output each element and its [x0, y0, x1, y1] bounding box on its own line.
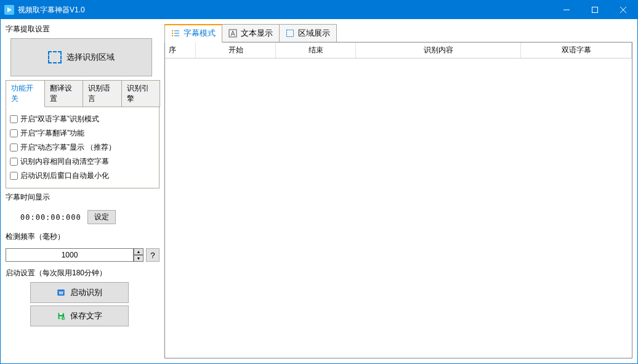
app-window: 视频取字幕神器V1.0 字幕提取设置 选择识别区域	[0, 0, 638, 364]
right-panel: 字幕模式 A 文本显示 区域展示 序 开始	[164, 24, 632, 358]
svg-point-14	[172, 35, 173, 36]
checkbox-label: 开启“双语字幕”识别模式	[20, 114, 99, 124]
checkbox-label: 开启“字幕翻译”功能	[20, 128, 84, 139]
checkbox-input[interactable]	[10, 144, 18, 152]
extract-settings-group: 字幕提取设置 选择识别区域	[6, 24, 160, 76]
col-end[interactable]: 结束	[276, 42, 356, 58]
checkbox-input[interactable]	[10, 172, 18, 180]
close-button[interactable]	[609, 1, 637, 19]
time-set-button[interactable]: 设定	[87, 210, 116, 224]
spinner-down[interactable]: ▼	[134, 255, 143, 262]
svg-point-12	[172, 33, 173, 34]
window-title: 视频取字幕神器V1.0	[18, 5, 552, 15]
col-content[interactable]: 识别内容	[356, 42, 521, 58]
frequency-input[interactable]	[6, 248, 134, 262]
start-button-label: 启动识别	[70, 287, 102, 298]
svg-rect-2	[592, 7, 598, 13]
svg-point-10	[172, 30, 173, 31]
tab-label: 区域展示	[298, 28, 330, 39]
settings-tabs-group: 功能开关 翻译设置 识别语言 识别引擎 开启“双语字幕”识别模式 开启“字幕翻译…	[6, 80, 160, 188]
table-header: 序 开始 结束 识别内容 双语字幕	[165, 42, 632, 59]
tab-recognition-language[interactable]: 识别语言	[83, 80, 122, 107]
list-icon	[171, 29, 180, 38]
extract-settings-label: 字幕提取设置	[6, 24, 160, 34]
left-panel: 字幕提取设置 选择识别区域 功能开关 翻译设置 识别语言 识别引擎 开启“双语字…	[6, 24, 160, 358]
frequency-help-button[interactable]: ?	[146, 248, 160, 262]
checkbox-input[interactable]	[10, 115, 18, 123]
select-area-button[interactable]: 选择识别区域	[10, 38, 152, 76]
checkbox-dynamic-display[interactable]: 开启“动态字幕”显示 （推荐）	[10, 140, 155, 155]
minimize-button[interactable]	[552, 1, 581, 19]
tab-translate-settings[interactable]: 翻译设置	[44, 80, 84, 107]
window-controls	[552, 1, 637, 19]
minimize-icon	[563, 7, 570, 13]
spinner-up[interactable]: ▲	[134, 248, 143, 255]
startup-label: 启动设置（每次限用180分钟）	[6, 268, 160, 278]
select-area-label: 选择识别区域	[67, 52, 115, 63]
col-bilingual[interactable]: 双语字幕	[521, 42, 632, 58]
col-index[interactable]: 序	[165, 42, 196, 58]
svg-text:W: W	[59, 290, 63, 296]
tab-text-display[interactable]: A 文本显示	[222, 24, 280, 42]
checkbox-bilingual-mode[interactable]: 开启“双语字幕”识别模式	[10, 112, 155, 126]
table-body[interactable]	[165, 59, 632, 358]
checkbox-auto-clear[interactable]: 识别内容相同自动清空字幕	[10, 155, 155, 169]
time-display-label: 字幕时间显示	[6, 192, 160, 203]
right-tabs: 字幕模式 A 文本显示 区域展示	[164, 24, 632, 42]
time-value: 00:00:00:000	[20, 213, 81, 222]
checkbox-label: 启动识别后窗口自动最小化	[20, 171, 109, 181]
time-display-group: 字幕时间显示 00:00:00:000 设定	[6, 192, 160, 228]
titlebar: 视频取字幕神器V1.0	[1, 1, 637, 19]
right-content: 序 开始 结束 识别内容 双语字幕	[164, 42, 632, 358]
checkbox-auto-minimize[interactable]: 启动识别后窗口自动最小化	[10, 169, 155, 183]
checkbox-label: 开启“动态字幕”显示 （推荐）	[20, 142, 116, 153]
time-display-row: 00:00:00:000 设定	[6, 206, 160, 228]
maximize-icon	[592, 7, 598, 13]
checkbox-input[interactable]	[10, 129, 18, 137]
tab-recognition-engine[interactable]: 识别引擎	[121, 80, 161, 107]
maximize-button[interactable]	[581, 1, 609, 19]
tab-area-display[interactable]: 区域展示	[279, 24, 337, 42]
text-icon: A	[228, 29, 237, 38]
word-icon: W	[57, 288, 65, 297]
settings-tabs: 功能开关 翻译设置 识别语言 识别引擎	[6, 80, 160, 107]
tab-label: 文本显示	[241, 28, 273, 39]
frequency-spinner: ▲ ▼	[6, 248, 143, 262]
start-recognition-button[interactable]: W 启动识别	[30, 282, 129, 303]
tab-subtitle-mode[interactable]: 字幕模式	[164, 24, 222, 42]
close-icon	[620, 7, 626, 13]
tab-label: 字幕模式	[184, 28, 216, 39]
spinner-buttons: ▲ ▼	[134, 248, 143, 262]
crop-icon	[48, 51, 62, 63]
settings-tab-content: 开启“双语字幕”识别模式 开启“字幕翻译”功能 开启“动态字幕”显示 （推荐） …	[6, 107, 160, 188]
frequency-row: ▲ ▼ ?	[6, 246, 160, 264]
svg-rect-7	[59, 313, 62, 315]
checkbox-input[interactable]	[10, 158, 18, 166]
svg-marker-0	[7, 7, 12, 12]
save-button-label: 保存文字	[70, 310, 102, 322]
checkbox-label: 识别内容相同自动清空字幕	[20, 156, 109, 167]
region-icon	[286, 29, 294, 38]
app-icon	[4, 5, 14, 15]
frequency-label: 检测频率（毫秒）	[6, 232, 160, 242]
save-icon	[57, 312, 65, 320]
save-text-button[interactable]: 保存文字	[30, 305, 129, 326]
startup-group: 启动设置（每次限用180分钟） W 启动识别 保存文字	[6, 268, 160, 329]
app-body: 字幕提取设置 选择识别区域 功能开关 翻译设置 识别语言 识别引擎 开启“双语字…	[1, 19, 637, 363]
svg-rect-18	[287, 30, 294, 37]
checkbox-translate[interactable]: 开启“字幕翻译”功能	[10, 126, 155, 140]
col-start[interactable]: 开始	[196, 42, 276, 58]
frequency-group: 检测频率（毫秒） ▲ ▼ ?	[6, 232, 160, 264]
svg-text:A: A	[231, 30, 235, 37]
tab-function-switch[interactable]: 功能开关	[6, 80, 45, 107]
